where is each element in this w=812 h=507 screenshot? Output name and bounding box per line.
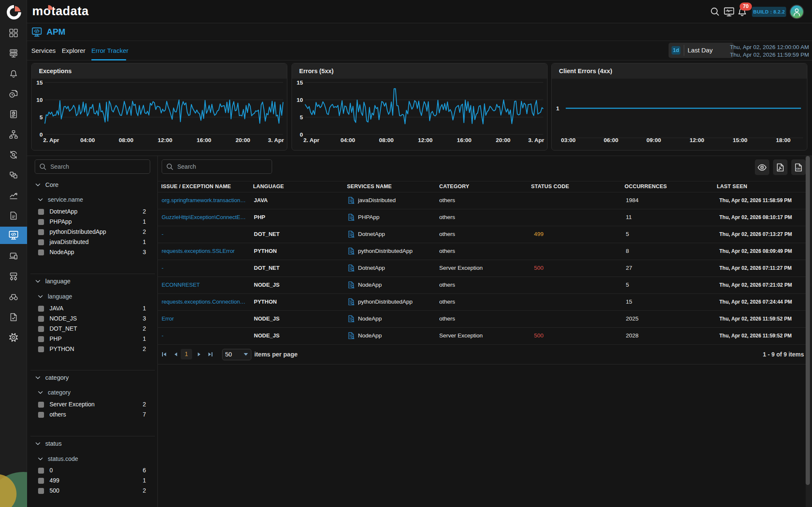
svg-text:2. Apr: 2. Apr xyxy=(303,137,320,143)
svg-text:5: 5 xyxy=(39,114,43,121)
svg-text:15:00: 15:00 xyxy=(733,137,748,143)
svg-text:03:00: 03:00 xyxy=(561,137,576,143)
svg-text:15: 15 xyxy=(36,79,43,86)
svg-text:3. Apr: 3. Apr xyxy=(528,137,545,143)
svg-text:06:00: 06:00 xyxy=(604,137,619,143)
svg-text:16:00: 16:00 xyxy=(197,137,212,143)
svg-text:0: 0 xyxy=(39,132,43,138)
svg-text:04:00: 04:00 xyxy=(341,137,355,143)
svg-text:12:00: 12:00 xyxy=(418,137,433,143)
svg-text:20:00: 20:00 xyxy=(236,137,250,143)
svg-text:10: 10 xyxy=(297,97,303,103)
svg-text:12:00: 12:00 xyxy=(158,137,173,143)
svg-text:09:00: 09:00 xyxy=(647,137,661,143)
svg-text:12:00: 12:00 xyxy=(690,137,705,143)
svg-text:5: 5 xyxy=(300,114,303,121)
svg-text:3. Apr: 3. Apr xyxy=(268,137,284,143)
svg-text:15: 15 xyxy=(297,79,303,86)
svg-text:08:00: 08:00 xyxy=(379,137,394,143)
svg-text:10: 10 xyxy=(36,97,43,103)
svg-text:0: 0 xyxy=(300,132,303,138)
svg-text:1: 1 xyxy=(556,105,559,112)
svg-text:20:00: 20:00 xyxy=(496,137,511,143)
svg-text:CSV: CSV xyxy=(796,167,801,170)
svg-text:2. Apr: 2. Apr xyxy=(43,137,60,143)
svg-text:08:00: 08:00 xyxy=(119,137,134,143)
svg-text:18:00: 18:00 xyxy=(776,137,791,143)
svg-text:04:00: 04:00 xyxy=(80,137,95,143)
svg-text:16:00: 16:00 xyxy=(457,137,472,143)
